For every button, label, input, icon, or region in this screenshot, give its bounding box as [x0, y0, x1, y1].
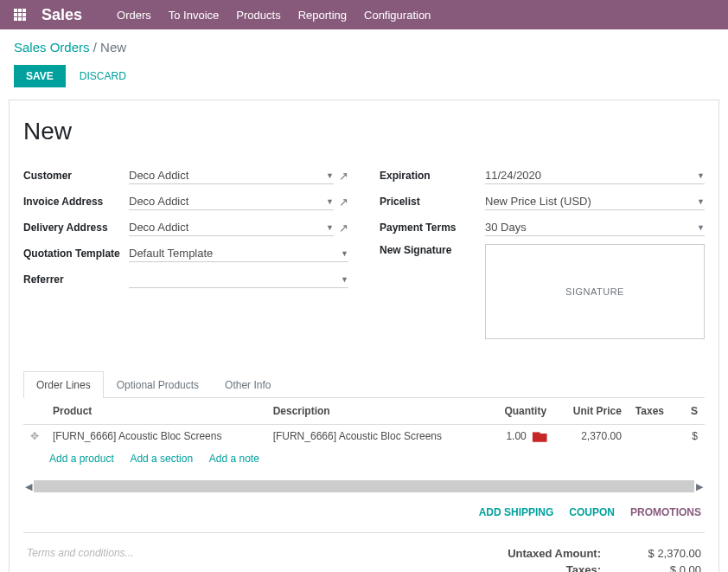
menu-products[interactable]: Products — [236, 9, 280, 22]
form-sheet: New Customer Deco Addict ▼ ↗ Invoice Add… — [9, 100, 719, 572]
save-button[interactable]: SAVE — [14, 65, 66, 87]
col-quantity[interactable]: Quantity — [486, 398, 553, 425]
action-bar: SAVE DISCARD — [0, 61, 728, 100]
new-signature-label: New Signature — [380, 244, 485, 256]
totals-table: Untaxed Amount: $ 2,370.00 Taxes: $ 0.00… — [480, 545, 705, 572]
pricelist-value: New Price List (USD) — [485, 195, 591, 208]
caret-down-icon: ▼ — [697, 223, 705, 232]
grid-add-row: Add a product Add a section Add a note — [23, 447, 705, 473]
referrer-input[interactable]: ▼ — [129, 271, 348, 288]
totals-area: Terms and conditions... Untaxed Amount: … — [23, 532, 705, 572]
drag-handle-icon[interactable]: ✥ — [23, 425, 46, 448]
payment-terms-label: Payment Terms — [380, 222, 485, 234]
top-navbar: Sales Orders To Invoice Products Reporti… — [0, 0, 728, 29]
add-note-link[interactable]: Add a note — [209, 453, 259, 465]
cell-subtotal: $ — [680, 425, 705, 448]
referrer-label: Referrer — [23, 273, 129, 286]
pricelist-input[interactable]: New Price List (USD) ▼ — [485, 193, 705, 210]
delivery-address-input[interactable]: Deco Addict ▼ — [129, 219, 334, 236]
menu-to-invoice[interactable]: To Invoice — [169, 9, 220, 22]
invoice-address-value: Deco Addict — [129, 195, 188, 208]
breadcrumb-sep: / — [93, 40, 97, 55]
left-column: Customer Deco Addict ▼ ↗ Invoice Address… — [23, 166, 348, 346]
delivery-address-label: Delivery Address — [23, 222, 129, 234]
stock-chart-icon[interactable]: ▇▆ — [533, 431, 546, 441]
signature-placeholder: SIGNATURE — [565, 286, 624, 297]
expiration-label: Expiration — [380, 170, 485, 182]
tab-other-info[interactable]: Other Info — [212, 371, 284, 398]
breadcrumb-leaf: New — [100, 40, 126, 55]
customer-value: Deco Addict — [129, 169, 188, 182]
col-unit-price[interactable]: Unit Price — [553, 398, 629, 425]
cell-product[interactable]: [FURN_6666] Acoustic Bloc Screens — [46, 425, 266, 448]
coupon-link[interactable]: COUPON — [569, 506, 615, 518]
caret-down-icon: ▼ — [341, 249, 348, 258]
menu-orders[interactable]: Orders — [117, 9, 151, 22]
menu-configuration[interactable]: Configuration — [364, 9, 431, 22]
scroll-right-icon[interactable]: ▶ — [694, 481, 705, 492]
delivery-address-value: Deco Addict — [129, 221, 188, 234]
signature-box[interactable]: SIGNATURE — [485, 244, 705, 339]
add-section-link[interactable]: Add a section — [130, 453, 193, 465]
caret-down-icon: ▼ — [697, 171, 705, 180]
expiration-value: 11/24/2020 — [485, 169, 541, 182]
taxes-value: $ 0.00 — [622, 563, 701, 572]
right-column: Expiration 11/24/2020 ▼ Pricelist New Pr… — [380, 166, 705, 346]
caret-down-icon: ▼ — [326, 223, 334, 232]
taxes-label: Taxes: — [483, 563, 622, 572]
horizontal-scrollbar[interactable]: ◀ ▶ — [23, 480, 705, 492]
invoice-address-input[interactable]: Deco Addict ▼ — [129, 193, 334, 210]
cell-quantity[interactable]: 1.00 ▇▆ — [486, 425, 553, 448]
fields-container: Customer Deco Addict ▼ ↗ Invoice Address… — [23, 166, 705, 346]
untaxed-label: Untaxed Amount: — [483, 547, 622, 560]
payment-terms-value: 30 Days — [485, 221, 527, 234]
apps-icon[interactable] — [14, 9, 26, 21]
invoice-address-label: Invoice Address — [23, 196, 129, 208]
add-shipping-link[interactable]: ADD SHIPPING — [479, 506, 554, 518]
footer-links: ADD SHIPPING COUPON PROMOTIONS — [23, 492, 705, 527]
breadcrumb-root[interactable]: Sales Orders — [14, 40, 90, 55]
col-subtotal[interactable]: S — [680, 398, 705, 425]
breadcrumb: Sales Orders / New — [0, 29, 728, 61]
quotation-template-value: Default Template — [129, 247, 213, 260]
caret-down-icon: ▼ — [326, 197, 334, 206]
menu-reporting[interactable]: Reporting — [298, 9, 347, 22]
cell-taxes[interactable] — [629, 425, 680, 448]
col-description[interactable]: Description — [266, 398, 487, 425]
customer-input[interactable]: Deco Addict ▼ — [129, 167, 334, 184]
payment-terms-input[interactable]: 30 Days ▼ — [485, 219, 705, 236]
navbar-menu: Orders To Invoice Products Reporting Con… — [117, 9, 431, 22]
tabs: Order Lines Optional Products Other Info — [23, 370, 705, 398]
caret-down-icon: ▼ — [341, 275, 348, 284]
expiration-input[interactable]: 11/24/2020 ▼ — [485, 167, 705, 184]
cell-description[interactable]: [FURN_6666] Acoustic Bloc Screens — [266, 425, 487, 448]
pricelist-label: Pricelist — [380, 196, 485, 208]
app-brand[interactable]: Sales — [42, 6, 82, 24]
external-link-icon[interactable]: ↗ — [339, 222, 348, 235]
quotation-template-input[interactable]: Default Template ▼ — [129, 245, 348, 262]
tab-optional-products[interactable]: Optional Products — [104, 371, 212, 398]
caret-down-icon: ▼ — [326, 171, 334, 180]
discard-button[interactable]: DISCARD — [76, 65, 130, 87]
col-product[interactable]: Product — [46, 398, 266, 425]
scroll-left-icon[interactable]: ◀ — [23, 481, 34, 492]
caret-down-icon: ▼ — [697, 197, 705, 206]
col-taxes[interactable]: Taxes — [629, 398, 680, 425]
tab-order-lines[interactable]: Order Lines — [23, 371, 104, 398]
order-lines-grid: Product Description Quantity Unit Price … — [23, 398, 705, 492]
terms-input[interactable]: Terms and conditions... — [23, 545, 137, 561]
external-link-icon[interactable]: ↗ — [339, 196, 348, 209]
page-title: New — [23, 118, 705, 145]
cell-unit-price[interactable]: 2,370.00 — [553, 425, 629, 448]
external-link-icon[interactable]: ↗ — [339, 170, 348, 183]
promotions-link[interactable]: PROMOTIONS — [630, 506, 701, 518]
quotation-template-label: Quotation Template — [23, 247, 129, 260]
table-row[interactable]: ✥ [FURN_6666] Acoustic Bloc Screens [FUR… — [23, 425, 705, 448]
untaxed-value: $ 2,370.00 — [622, 547, 701, 560]
add-product-link[interactable]: Add a product — [49, 453, 114, 465]
customer-label: Customer — [23, 170, 129, 182]
scroll-track[interactable] — [34, 480, 694, 492]
